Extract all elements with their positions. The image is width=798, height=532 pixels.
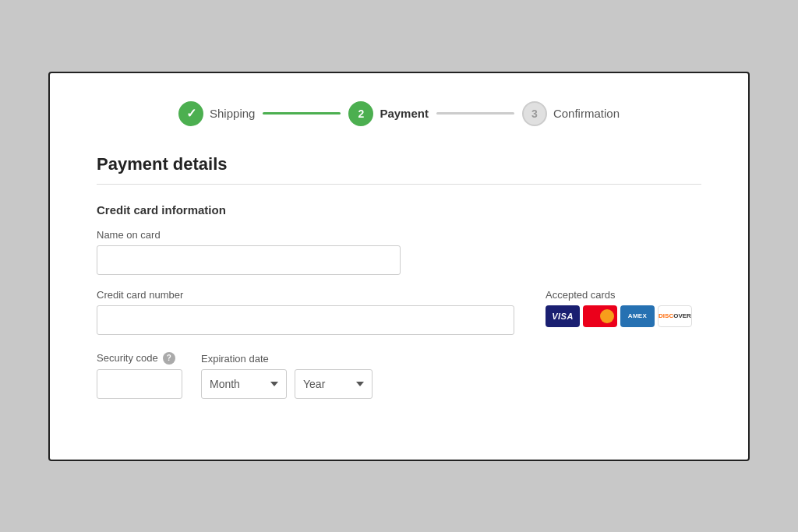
credit-card-number-label: Credit card number bbox=[97, 289, 514, 301]
credit-card-input-col: Credit card number bbox=[97, 289, 514, 349]
stepper: ✓ Shipping 2 Payment 3 Confirmation bbox=[97, 101, 701, 126]
name-on-card-label: Name on card bbox=[97, 229, 701, 241]
security-code-group: Security code ? bbox=[97, 352, 182, 399]
step-payment-number: 2 bbox=[358, 107, 365, 120]
mastercard-inner bbox=[583, 305, 617, 327]
security-code-input[interactable] bbox=[97, 369, 182, 399]
security-label-row: Security code ? bbox=[97, 352, 182, 365]
accepted-cards-col: Accepted cards VISA AMEX DISCOVER bbox=[546, 289, 701, 327]
mastercard-card-icon bbox=[583, 305, 617, 327]
step-confirmation: 3 Confirmation bbox=[522, 101, 620, 126]
mc-circle-red bbox=[586, 309, 600, 323]
credit-card-row: Credit card number Accepted cards VISA A… bbox=[97, 289, 701, 349]
step-confirmation-circle: 3 bbox=[522, 101, 547, 126]
step-confirmation-number: 3 bbox=[531, 107, 538, 120]
payment-form-container: ✓ Shipping 2 Payment 3 Confirmation Paym… bbox=[48, 72, 750, 461]
step-shipping-circle: ✓ bbox=[178, 101, 203, 126]
security-code-label: Security code bbox=[97, 352, 158, 364]
amex-card-icon: AMEX bbox=[620, 305, 655, 327]
step-payment-label: Payment bbox=[380, 107, 429, 120]
connector-2 bbox=[436, 112, 514, 115]
name-on-card-input[interactable] bbox=[97, 245, 401, 275]
mc-circle-orange bbox=[600, 309, 614, 323]
security-help-icon[interactable]: ? bbox=[163, 352, 175, 365]
step-payment: 2 Payment bbox=[348, 101, 429, 126]
subsection-title: Credit card information bbox=[97, 203, 701, 217]
expiry-selects: Month 01 02 03 04 05 06 07 08 09 10 11 1… bbox=[201, 369, 373, 399]
card-icons-group: VISA AMEX DISCOVER bbox=[546, 305, 701, 327]
step-shipping-label: Shipping bbox=[210, 107, 255, 120]
step-confirmation-label: Confirmation bbox=[553, 107, 620, 120]
month-select[interactable]: Month 01 02 03 04 05 06 07 08 09 10 11 1… bbox=[201, 369, 287, 399]
expiration-date-group: Expiration date Month 01 02 03 04 05 06 … bbox=[201, 353, 373, 399]
expiration-date-label: Expiration date bbox=[201, 353, 373, 365]
name-on-card-group: Name on card bbox=[97, 229, 701, 275]
year-select[interactable]: Year 2024 2025 2026 2027 2028 2029 2030 bbox=[295, 369, 373, 399]
credit-card-number-group: Credit card number bbox=[97, 289, 514, 335]
section-divider bbox=[97, 184, 701, 185]
accepted-cards-label: Accepted cards bbox=[546, 289, 701, 301]
credit-card-number-input[interactable] bbox=[97, 305, 514, 335]
checkmark-icon: ✓ bbox=[186, 106, 196, 121]
step-payment-circle: 2 bbox=[348, 101, 373, 126]
connector-1 bbox=[263, 112, 341, 115]
step-shipping: ✓ Shipping bbox=[178, 101, 255, 126]
visa-card-icon: VISA bbox=[546, 305, 580, 327]
security-expiry-row: Security code ? Expiration date Month 01… bbox=[97, 352, 701, 399]
section-title: Payment details bbox=[97, 154, 701, 174]
discover-card-icon: DISCOVER bbox=[658, 305, 692, 327]
